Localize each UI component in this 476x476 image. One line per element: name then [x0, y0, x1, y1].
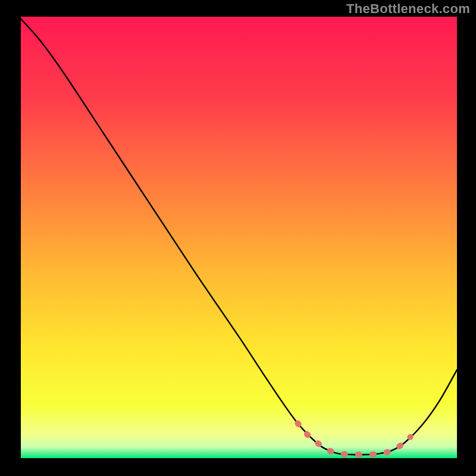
stage: TheBottleneck.com: [0, 0, 476, 476]
watermark-text: TheBottleneck.com: [346, 1, 470, 17]
chart-canvas: [0, 0, 476, 476]
plot-background: [21, 17, 457, 458]
